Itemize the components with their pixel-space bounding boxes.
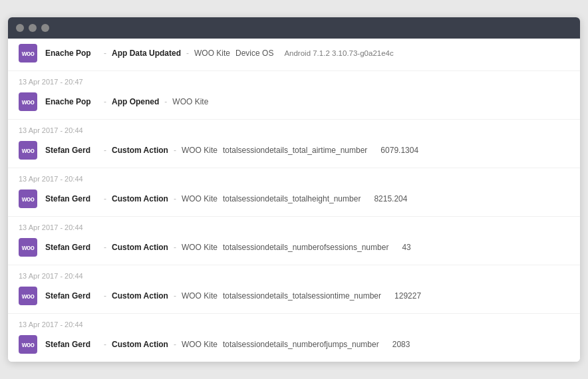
event-detail: totalsessiondetails_numberofjumps_number	[223, 340, 379, 349]
app-name: WOO Kite	[182, 291, 218, 301]
separator2: -	[174, 340, 176, 349]
event-value: 8215.204	[374, 194, 407, 203]
action-label: App Data Updated	[112, 49, 181, 58]
event-row: woo Stefan Gerd - Custom Action - WOO Ki…	[8, 281, 580, 313]
event-row: woo Stefan Gerd - Custom Action - WOO Ki…	[8, 184, 580, 216]
event-row: woo Enache Pop - App Opened - WOO Kite	[8, 87, 580, 119]
separator2: -	[174, 291, 176, 301]
user-name: Stefan Gerd	[45, 146, 98, 155]
action-label: Custom Action	[112, 243, 168, 252]
app-name: WOO Kite	[182, 194, 218, 203]
separator: -	[104, 243, 106, 252]
user-name: Stefan Gerd	[45, 194, 98, 203]
separator: -	[104, 340, 106, 349]
woo-logo-icon: woo	[19, 238, 37, 257]
device-info: Android 7.1.2 3.10.73-g0a21e4c	[284, 49, 393, 57]
woo-logo-icon: woo	[19, 44, 37, 63]
event-group: 13 Apr 2017 - 20:44 woo Stefan Gerd - Cu…	[8, 120, 580, 168]
event-detail: totalsessiondetails_totalheight_number	[223, 194, 361, 203]
action-label: Custom Action	[112, 340, 168, 349]
separator: -	[104, 97, 106, 106]
separator2: -	[164, 97, 167, 106]
woo-logo-icon: woo	[19, 335, 37, 354]
event-row: woo Stefan Gerd - Custom Action - WOO Ki…	[8, 233, 580, 265]
separator: -	[104, 291, 106, 301]
user-name: Stefan Gerd	[45, 340, 98, 349]
separator2: -	[174, 243, 176, 252]
event-detail: totalsessiondetails_numberofsessions_num…	[223, 243, 388, 252]
event-detail: Device OS	[235, 49, 273, 58]
separator: -	[104, 49, 106, 58]
event-detail: totalsessiondetails_total_airtime_number	[223, 146, 367, 155]
event-row: woo Enache Pop - App Data Updated - WOO …	[8, 39, 580, 70]
app-name: WOO Kite	[182, 243, 218, 252]
event-group: 13 Apr 2017 - 20:47 woo Enache Pop - App…	[8, 71, 580, 120]
traffic-light-1[interactable]	[16, 24, 24, 32]
titlebar	[8, 17, 580, 39]
event-row: woo Stefan Gerd - Custom Action - WOO Ki…	[8, 136, 580, 168]
main-window: woo Enache Pop - App Data Updated - WOO …	[8, 17, 580, 362]
user-name: Stefan Gerd	[45, 243, 98, 252]
event-value: 129227	[394, 291, 421, 301]
user-name: Stefan Gerd	[45, 291, 98, 301]
traffic-light-2[interactable]	[29, 24, 37, 32]
timestamp: 13 Apr 2017 - 20:44	[8, 120, 580, 136]
woo-logo-icon: woo	[19, 287, 37, 305]
separator: -	[104, 194, 106, 203]
user-name: Enache Pop	[45, 97, 98, 106]
event-group: 13 Apr 2017 - 20:44 woo Stefan Gerd - Cu…	[8, 168, 580, 217]
event-value: 43	[402, 243, 410, 252]
event-group: 13 Apr 2017 - 20:44 woo Stefan Gerd - Cu…	[8, 265, 580, 314]
event-value: 6079.1304	[380, 146, 418, 155]
user-name: Enache Pop	[45, 49, 98, 58]
timestamp: 13 Apr 2017 - 20:44	[8, 265, 580, 281]
woo-logo-icon: woo	[19, 141, 37, 160]
event-group: woo Enache Pop - App Data Updated - WOO …	[8, 39, 580, 71]
traffic-light-3[interactable]	[41, 24, 49, 32]
action-label: Custom Action	[112, 146, 168, 155]
separator2: -	[174, 194, 176, 203]
app-name: WOO Kite	[182, 146, 218, 155]
separator: -	[104, 146, 106, 155]
event-row: woo Stefan Gerd - Custom Action - WOO Ki…	[8, 330, 580, 362]
timestamp: 13 Apr 2017 - 20:47	[8, 71, 580, 87]
woo-logo-icon: woo	[19, 92, 37, 111]
woo-logo-icon: woo	[19, 190, 37, 208]
content-area: woo Enache Pop - App Data Updated - WOO …	[8, 39, 580, 362]
separator2: -	[186, 49, 189, 58]
app-name: WOO Kite	[172, 97, 208, 106]
separator2: -	[174, 146, 176, 155]
event-group: 13 Apr 2017 - 20:44 woo Stefan Gerd - Cu…	[8, 314, 580, 362]
app-name: WOO Kite	[194, 49, 230, 58]
timestamp: 13 Apr 2017 - 20:44	[8, 168, 580, 184]
event-value: 2083	[392, 340, 410, 349]
timestamp: 13 Apr 2017 - 20:44	[8, 314, 580, 330]
action-label: Custom Action	[112, 194, 168, 203]
event-group: 13 Apr 2017 - 20:44 woo Stefan Gerd - Cu…	[8, 217, 580, 265]
timestamp: 13 Apr 2017 - 20:44	[8, 217, 580, 233]
event-detail: totalsessiondetails_totalsessiontime_num…	[223, 291, 381, 301]
action-label: App Opened	[112, 97, 159, 106]
app-name: WOO Kite	[182, 340, 218, 349]
action-label: Custom Action	[112, 291, 168, 301]
